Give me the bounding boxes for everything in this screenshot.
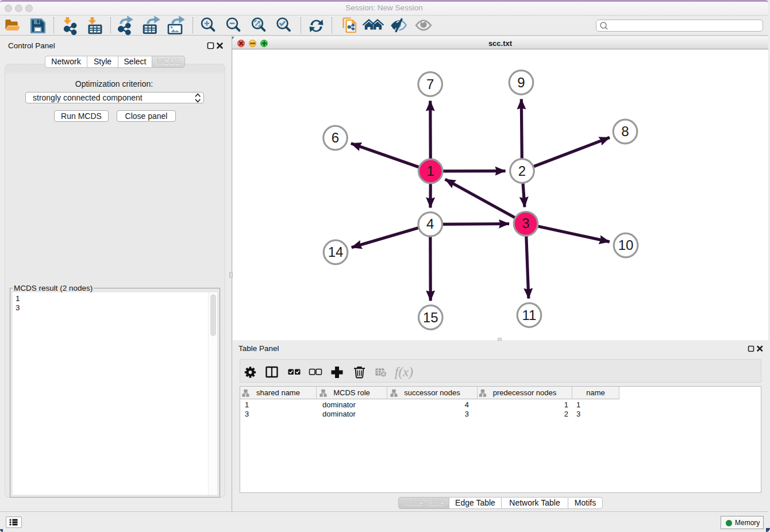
svg-text:15: 15 — [423, 310, 438, 325]
svg-text:10: 10 — [618, 237, 634, 253]
svg-text:14: 14 — [328, 244, 344, 260]
svg-text:7: 7 — [426, 76, 434, 92]
svg-text:4: 4 — [426, 216, 434, 232]
svg-text:2: 2 — [518, 163, 526, 179]
svg-text:3: 3 — [522, 215, 529, 231]
svg-text:11: 11 — [522, 307, 537, 323]
svg-text:9: 9 — [517, 75, 525, 90]
svg-text:6: 6 — [332, 130, 339, 145]
svg-text:8: 8 — [621, 124, 629, 139]
svg-text:f(x): f(x) — [395, 365, 413, 379]
svg-text:1: 1 — [427, 163, 434, 179]
